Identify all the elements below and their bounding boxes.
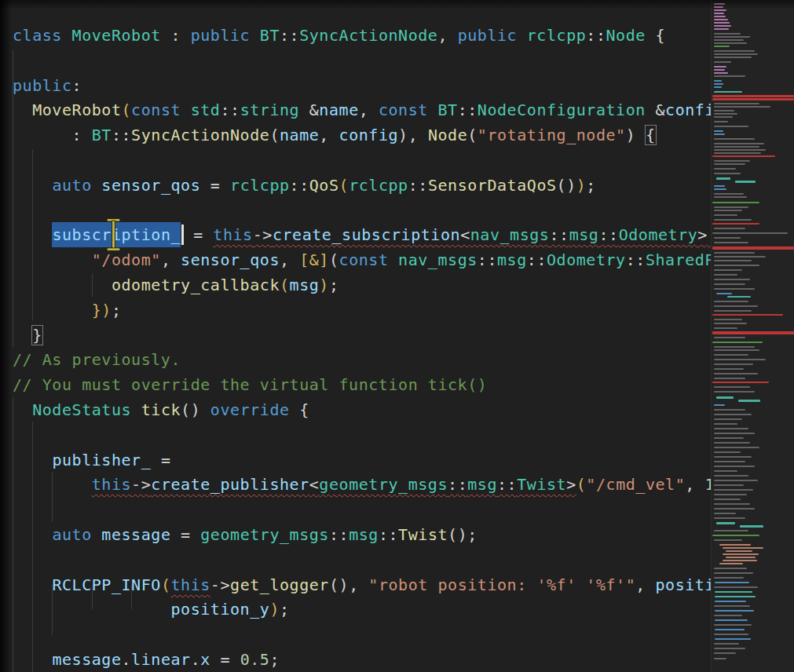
code-line[interactable]: this->create_publisher<geometry_msgs::ms… [0, 473, 711, 498]
token: ( [161, 575, 171, 594]
code-line[interactable]: publisher_ = [0, 448, 711, 473]
token: = [184, 225, 214, 244]
token: :: [586, 26, 606, 45]
token: NodeStatus [32, 400, 131, 419]
minimap[interactable] [711, 0, 794, 672]
token: x [200, 650, 210, 669]
code-line[interactable]: }); [0, 298, 711, 323]
token: , [349, 575, 368, 594]
code-area[interactable]: class MoveRobot : public BT::SyncActionN… [0, 0, 711, 672]
token: . [122, 650, 132, 669]
token: : [13, 126, 92, 144]
minimap-line [714, 80, 722, 82]
minimap-line [714, 305, 758, 307]
token: -> [131, 475, 151, 494]
minimap-line [712, 223, 759, 225]
token: Odometry [619, 225, 698, 244]
code-line[interactable] [0, 423, 711, 448]
minimap-line [714, 110, 734, 111]
code-line[interactable] [0, 199, 711, 224]
code-line[interactable]: RCLCPP_INFO(this->get_logger(), "robot p… [0, 573, 711, 598]
code-line[interactable] [0, 623, 711, 648]
token: MoveRobot [72, 26, 161, 45]
token [13, 400, 32, 419]
minimap-line [723, 553, 759, 555]
code-line[interactable]: class MoveRobot : public BT::SyncActionN… [0, 24, 711, 49]
minimap-line [715, 629, 745, 630]
code-line[interactable]: subscription_ = this->create_subscriptio… [0, 223, 711, 248]
token: , [359, 100, 379, 119]
token: Twist [517, 475, 566, 494]
code-line[interactable] [0, 498, 711, 523]
minimap-line [726, 550, 752, 552]
minimap-line [715, 591, 752, 593]
code-line[interactable]: public: [0, 74, 711, 99]
code-line[interactable]: message.linear.x = 0.5; [0, 648, 711, 672]
minimap-line [714, 530, 748, 531]
minimap-line [714, 193, 744, 195]
minimap-line [714, 391, 755, 393]
code-line[interactable]: // You must override the virtual functio… [0, 373, 711, 398]
code-line[interactable]: : BT::SyncActionNode(name, config), Node… [0, 123, 711, 148]
minimap-line [740, 525, 763, 528]
token: nav_msgs [398, 250, 477, 269]
code-line[interactable]: MoveRobot(const std::string &name, const… [0, 98, 711, 123]
minimap-line [714, 658, 726, 659]
token: auto [52, 525, 101, 544]
minimap-line [714, 149, 766, 151]
token: :: [549, 225, 569, 244]
minimap-line [714, 437, 744, 439]
minimap-line [714, 22, 730, 24]
minimap-line [714, 368, 744, 370]
token: , [685, 475, 704, 494]
token: create_subscription [273, 225, 460, 244]
minimap-line [714, 652, 736, 654]
minimap-line [714, 9, 726, 11]
token: ; [467, 525, 477, 544]
code-line[interactable]: // As previously. [0, 348, 711, 373]
code-line[interactable] [0, 148, 711, 173]
token: config [339, 126, 399, 144]
token: () [181, 400, 200, 419]
minimap-line [716, 293, 732, 294]
code-line[interactable]: "/odom", sensor_qos, [&](const nav_msgs:… [0, 248, 711, 273]
token: = [200, 176, 230, 195]
token: :: [220, 100, 240, 119]
minimap-line [719, 563, 743, 564]
token [13, 301, 92, 320]
token [13, 575, 52, 594]
minimap-line [714, 447, 759, 448]
token: ; [269, 650, 280, 669]
minimap-line [714, 69, 725, 71]
minimap-line [714, 214, 737, 216]
minimap-line [714, 138, 755, 140]
selected-word: subscription_ [52, 222, 181, 247]
minimap-line [714, 3, 725, 5]
token: ( [329, 250, 339, 269]
token: rclcpp [230, 176, 290, 195]
token: NodeConfiguration [477, 100, 646, 119]
minimap-line [714, 310, 752, 312]
minimap-line [714, 386, 750, 388]
minimap-line [714, 168, 736, 170]
minimap-line [714, 288, 755, 290]
token [13, 100, 32, 119]
code-line[interactable] [0, 49, 711, 74]
code-line[interactable]: position_y); [0, 597, 711, 623]
code-line[interactable]: auto message = geometry_msgs::msg::Twist… [0, 523, 711, 548]
code-line[interactable]: auto sensor_qos = rclcpp::QoS(rclcpp::Se… [0, 173, 711, 199]
minimap-line [714, 404, 725, 406]
token: "robot position: '%f' '%f'" [368, 575, 635, 594]
minimap-line [714, 363, 753, 365]
token: :: [626, 250, 646, 269]
code-line[interactable]: NodeStatus tick() override { [0, 398, 711, 423]
minimap-line [714, 319, 742, 320]
token: , [280, 250, 299, 269]
token: ) [398, 126, 408, 144]
token: odometry_callback [112, 276, 280, 294]
code-line[interactable] [0, 548, 711, 573]
token: SharedPtr [646, 250, 711, 269]
token: , [161, 250, 181, 269]
code-line[interactable]: odometry_callback(msg); [0, 273, 711, 298]
code-line[interactable]: } [0, 323, 711, 349]
